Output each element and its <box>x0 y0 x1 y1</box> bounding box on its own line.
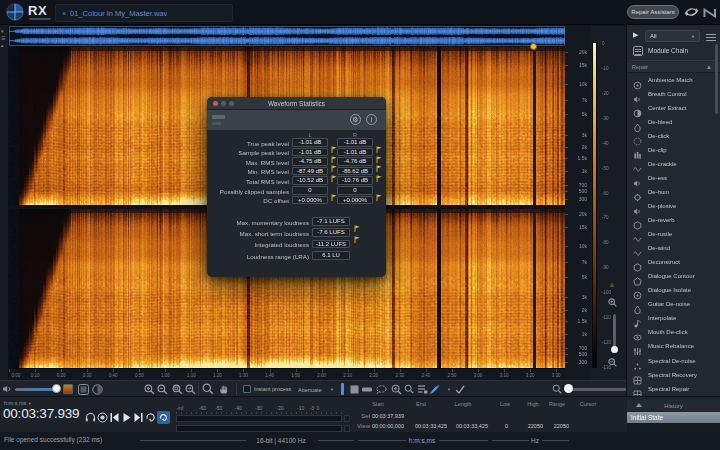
module-item-center-extract[interactable]: Center Extract <box>627 101 720 115</box>
center-extract-icon <box>633 104 642 113</box>
grab-tool-icon[interactable] <box>218 383 230 395</box>
zoom-tool-icon[interactable] <box>202 383 214 395</box>
layers-flag-tool[interactable] <box>416 383 428 395</box>
module-item-de-rustle[interactable]: De-rustle <box>627 228 720 242</box>
overview-waveform-canvas <box>9 26 565 46</box>
module-item-de-bleed[interactable]: De-bleed <box>627 115 720 129</box>
module-list-menu-icon[interactable] <box>706 32 716 41</box>
module-item-music-rebalance[interactable]: Music Rebalance <box>627 340 720 354</box>
module-item-dialogue-contour[interactable]: Dialogue Contour <box>627 270 720 284</box>
module-item-de-reverb[interactable]: De-reverb <box>627 214 720 228</box>
legend-label: -100 <box>602 290 611 295</box>
waveform-overview[interactable] <box>9 26 565 46</box>
playhead-marker[interactable] <box>530 43 537 50</box>
loop-playback-icon <box>159 413 168 422</box>
module-item-dialogue-isolate[interactable]: Dialogue Isolate <box>627 284 720 298</box>
time-ruler-label: 0:50 <box>135 373 144 378</box>
module-item-deconstruct[interactable]: Deconstruct <box>627 256 720 270</box>
dock-menu-icon[interactable]: ☰ <box>1 36 5 41</box>
run-module-button[interactable]: ▶ <box>633 31 638 39</box>
chevron-down-icon: ▼ <box>691 34 695 39</box>
module-item-de-click[interactable]: De-click <box>627 129 720 143</box>
module-item-ambience-match[interactable]: Ambience Match <box>627 73 720 87</box>
time-ruler[interactable]: 0:000:100:200:300:400:501:001:101:201:30… <box>9 368 565 380</box>
zoom-fit-icon[interactable] <box>184 383 196 395</box>
module-item-spectral-recovery[interactable]: Spectral Recovery <box>627 368 720 382</box>
monitor-speaker-icon[interactable] <box>1 383 13 395</box>
module-item-mouth-de-click[interactable]: Mouth De-click <box>627 326 720 340</box>
spectrogram-chip-icon[interactable] <box>63 384 73 394</box>
zoom-selection-icon[interactable] <box>171 383 183 395</box>
wave-spect-blend-slider[interactable] <box>15 388 57 391</box>
waveform-settings-button[interactable] <box>91 383 103 395</box>
freq-tick <box>565 147 568 148</box>
wave-spect-blend-knob[interactable] <box>52 384 61 393</box>
spectrogram-settings-button[interactable] <box>77 383 89 395</box>
module-item-spectral-repair[interactable]: Spectral Repair <box>627 382 720 396</box>
horizontal-zoom-slider[interactable] <box>566 388 632 391</box>
file-tab[interactable]: × 01_Colour In My_Master.wav <box>55 4 233 22</box>
meter-scale-label: -3 <box>310 405 314 411</box>
module-list-scrollbar[interactable] <box>715 44 718 114</box>
repair-section-header[interactable]: Repair ▲ <box>627 62 720 73</box>
module-item-de-hum[interactable]: De-hum <box>627 185 720 199</box>
pin-icon[interactable]: ▲ <box>706 64 712 70</box>
stat-value-l: -10.52 dB <box>292 176 328 185</box>
lasso-selection-tool[interactable] <box>375 383 387 395</box>
loop-playback-button[interactable] <box>157 411 170 424</box>
tab-close-icon[interactable]: × <box>62 10 66 17</box>
time-frequency-selection-tool[interactable] <box>348 383 360 395</box>
vertical-zoom-in-icon[interactable] <box>608 298 617 307</box>
loudness-label: Loudness range (LRA) <box>209 253 309 260</box>
dialogue-isolate-icon <box>633 286 642 295</box>
history-title: History <box>627 403 720 409</box>
dock-expand-icon[interactable]: ▴ <box>1 43 4 48</box>
de-ess-icon <box>633 174 642 183</box>
repair-assistant-button[interactable]: Repair Assistant <box>627 5 679 19</box>
module-chain-item[interactable]: Module Chain <box>627 44 720 58</box>
magic-wand-tool[interactable] <box>390 383 402 395</box>
zoom-wand-tool[interactable] <box>403 383 415 395</box>
hzoom-out-icon[interactable] <box>551 383 563 395</box>
legend-label: -20 <box>602 90 609 95</box>
time-selection-tool[interactable] <box>336 383 348 395</box>
module-item-de-clip[interactable]: De-clip <box>627 143 720 157</box>
zoom-out-time-icon[interactable] <box>156 383 168 395</box>
module-item-interpolate[interactable]: Interpolate <box>627 312 720 326</box>
module-item-label: De-wind <box>648 245 670 251</box>
de-crackle-icon <box>633 160 642 169</box>
dock-collapse-icon[interactable]: ▾ <box>1 29 4 34</box>
history-header[interactable]: History <box>627 400 720 411</box>
history-item-initial-state[interactable]: Initial State <box>627 412 720 423</box>
vertical-zoom-out-icon[interactable] <box>608 358 617 367</box>
module-item-de-ess[interactable]: De-ess <box>627 171 720 185</box>
module-filter-dropdown[interactable]: All ▼ <box>645 30 700 42</box>
module-item-spectral-de-noise[interactable]: Spectral De-noise <box>627 354 720 368</box>
instant-process-label: Instant process <box>254 386 291 392</box>
module-item-de-plosive[interactable]: De-plosive <box>627 199 720 213</box>
module-item-de-wind[interactable]: De-wind <box>627 242 720 256</box>
vertical-zoom-knob[interactable] <box>611 346 618 353</box>
table-row-label: Sel <box>350 413 370 419</box>
find-similar-tool[interactable] <box>454 383 466 395</box>
meter-scale-label: -50 <box>215 405 222 411</box>
module-item-guitar-de-noise[interactable]: Guitar De-noise <box>627 298 720 312</box>
time-ruler-label: 1:40 <box>265 373 274 378</box>
process-dropdown[interactable]: Attenuate ▼ <box>296 384 336 395</box>
freq-label: 7k <box>582 97 587 103</box>
repair-section-label: Repair <box>632 64 648 70</box>
time-ruler-label: 2:30 <box>395 373 404 378</box>
loop-button[interactable] <box>144 411 157 424</box>
brush-tool[interactable] <box>428 383 440 395</box>
breath-control-icon <box>633 90 642 99</box>
zoom-in-time-icon[interactable] <box>143 383 155 395</box>
horizontal-zoom-knob[interactable] <box>564 384 573 393</box>
frequency-selection-tool[interactable] <box>361 383 373 395</box>
frequency-ruler[interactable]: 20k15k10k7k5k3k2k1.5k1k70050030020k15k10… <box>565 26 591 380</box>
module-item-de-crackle[interactable]: De-crackle <box>627 157 720 171</box>
table-cell-start: 00:00:00,000 <box>370 423 404 429</box>
module-item-breath-control[interactable]: Breath Control <box>627 87 720 101</box>
instant-process-checkbox[interactable] <box>243 385 251 393</box>
chain-line <box>635 49 641 50</box>
left-dock-strip[interactable]: ▾ ☰ ▴ <box>0 25 9 396</box>
